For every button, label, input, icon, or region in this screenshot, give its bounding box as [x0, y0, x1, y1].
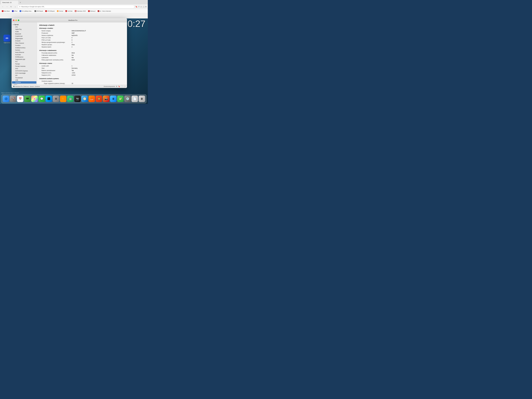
- dock-security[interactable]: ✅: [117, 95, 124, 102]
- android-icon: 🤖: [69, 97, 72, 100]
- bookmark-olx[interactable]: O OLX.plhttps://ww...: [19, 10, 33, 12]
- sidebar-item-kamera[interactable]: Kamera: [12, 49, 36, 51]
- sidebar-item-pci[interactable]: PCI: [12, 61, 36, 63]
- info-row-fullcharged: Całkowicie naładowana: Nie: [39, 54, 125, 56]
- sidebar-item-thunderbolt[interactable]: Thunderbolt: [12, 77, 36, 79]
- bookmark-onet[interactable]: ● Onet.pl: [56, 10, 64, 12]
- bookmark-kalendarz[interactable]: 📅 Kalendarz 2023: [74, 10, 87, 12]
- desktop-icon-label: Ogłoszenia: [4, 42, 10, 43]
- dock-brave[interactable]: 🦁: [96, 95, 102, 102]
- forward-button[interactable]: →: [5, 5, 9, 8]
- tab-close-button[interactable]: ✕: [10, 2, 12, 3]
- dock-vlc[interactable]: 🔶: [60, 95, 66, 102]
- maximize-button[interactable]: [18, 19, 19, 21]
- sidebar-item-zasilanie[interactable]: Zasilanie: [12, 81, 36, 84]
- dock-safari[interactable]: 🧭: [81, 95, 88, 102]
- bookmark-alior[interactable]: A Alior Bank: [1, 10, 11, 12]
- arrow-icon: ▼: [13, 24, 14, 25]
- sidebar-item-bluetooth[interactable]: Bluetooth: [12, 33, 36, 35]
- sidebar-item-scsi[interactable]: SCSI równoległe: [12, 72, 36, 74]
- download-icon[interactable]: ⬇: [145, 6, 147, 8]
- dock-photos[interactable]: 🌸: [31, 95, 38, 102]
- hardware-section-header[interactable]: ▼ Sprzęt: [12, 23, 37, 26]
- bookmark-icon2[interactable]: 🔖: [118, 86, 120, 87]
- sidebar-item-spi[interactable]: SPI: [12, 74, 36, 77]
- dock-android[interactable]: 🤖: [67, 95, 74, 102]
- dock-firefox[interactable]: 🦊: [89, 95, 95, 102]
- dock-screenshot[interactable]: 📷: [74, 95, 81, 102]
- row-value: 0: [72, 37, 72, 39]
- dock-maps[interactable]: 🗺: [24, 95, 31, 102]
- history-icon[interactable]: 🕐: [121, 86, 123, 87]
- info-row-batteries: Baterie zainstalowane: Tak: [39, 70, 125, 72]
- bookmark-gp[interactable]: G GP.24Słupsk: [44, 10, 56, 12]
- disk-icon: 💿: [126, 97, 129, 100]
- bookmark-zim[interactable]: Z ZIM Słupsk: [34, 10, 44, 12]
- dock-launchpad[interactable]: 🚀: [10, 95, 16, 102]
- home-button[interactable]: ⌂: [14, 5, 17, 8]
- sidebar-item-fibre[interactable]: Fibre Channel: [12, 42, 36, 44]
- address-bar[interactable]: G Wyszukaj w Google lub wpisz URL: [18, 5, 134, 8]
- sidebar-item-firewire[interactable]: FireWire: [12, 44, 36, 47]
- row-value: 12216: [72, 74, 75, 76]
- sidebar-item-sata[interactable]: SATA/SATA Express: [12, 70, 36, 72]
- sidebar-item-kontroler[interactable]: Kontroler: [12, 54, 36, 56]
- dock-gallery[interactable]: 📸: [103, 95, 109, 102]
- info-row-hardware: Wydanie sprzętu: 00aa: [39, 44, 125, 46]
- bookmark-label: GP.24Słupsk: [47, 10, 55, 12]
- share-icon[interactable]: ⬜: [124, 86, 126, 87]
- dock-finder[interactable]: 🔵: [3, 95, 9, 102]
- dock-appstore[interactable]: 🅰: [46, 95, 52, 102]
- settings-dock-icon: ⚙: [55, 97, 57, 100]
- sidebar-item-kartyeth[interactable]: Karty Ethernet: [12, 51, 36, 54]
- shield-icon: 🛡: [138, 6, 140, 8]
- row-value: 9018: [72, 52, 75, 54]
- row-label: PCB Lot Code:: [39, 39, 72, 41]
- sidebar-item-sas[interactable]: SAS: [12, 67, 36, 70]
- bookmark-wp[interactable]: W WP.pl: [11, 10, 18, 12]
- new-tab-button[interactable]: +: [19, 1, 22, 4]
- sidebar-item-applepay[interactable]: Apple Pay: [12, 28, 36, 31]
- sidebar-item-pamiecmas[interactable]: Pamięć masowa: [12, 65, 36, 67]
- row-value: 0: [72, 39, 72, 41]
- bookmark-wykop[interactable]: W Wykop.pl: [87, 10, 96, 12]
- close-button[interactable]: [13, 19, 14, 21]
- sidebar-item-grafika[interactable]: Grafika/monitory: [12, 47, 36, 49]
- bookmark-label: OLX.plhttps://ww...: [22, 10, 32, 12]
- dock-trash[interactable]: 🗑: [139, 95, 145, 102]
- gallery-icon: 📸: [105, 97, 108, 100]
- tab-label: Nowa karta: [2, 2, 9, 3]
- sidebar-item-nvme[interactable]: NVMExpress: [12, 56, 36, 58]
- bookmark-youtube[interactable]: ▶ YouTube: [64, 10, 73, 12]
- sidebar-item-audio[interactable]: Audio: [12, 31, 36, 33]
- dock-disk-util[interactable]: 💿: [124, 95, 131, 102]
- sidebar-item-usb[interactable]: USB: [12, 79, 36, 81]
- network-section-header[interactable]: ▼ Sieć: [12, 84, 37, 85]
- back-button[interactable]: ←: [1, 5, 4, 8]
- charging-info-section: Informacje o naładowaniu: Pozostały ładu…: [39, 50, 125, 61]
- sidebar-item-czytnik[interactable]: Czytnik kart: [12, 35, 36, 38]
- dock-messages[interactable]: 💬: [38, 95, 45, 102]
- olx-icon: olx: [3, 35, 10, 42]
- bookmark-icon[interactable]: 🔖: [135, 6, 137, 8]
- dock-notes[interactable]: 📄: [132, 95, 138, 102]
- row-label: Pozostały ładunek (mAh):: [39, 52, 72, 54]
- bookmark-o2[interactable]: o2 o2 - Serce Internetu: [97, 10, 112, 12]
- settings-icon[interactable]: ⚙: [116, 86, 117, 87]
- row-value: Normalny: [72, 67, 77, 69]
- desktop-icon-olx[interactable]: olx Ogłoszenia: [3, 35, 10, 43]
- sidebar-item-diagnostyka[interactable]: Diagnostyka: [12, 38, 36, 40]
- sidebar-item-drukarki[interactable]: Drukarki: [12, 40, 36, 42]
- row-value: 00aa: [72, 44, 75, 46]
- minimize-button[interactable]: [15, 19, 17, 21]
- sidebar-item-ata[interactable]: ATA: [12, 26, 36, 28]
- dock-projector[interactable]: 🖥: [110, 95, 116, 102]
- sidebar-item-pamiec[interactable]: Pamięć: [12, 63, 36, 65]
- dock-calendar[interactable]: 📅: [17, 95, 23, 102]
- row-label: Wydanie baterii:: [39, 46, 72, 48]
- dock-settings[interactable]: ⚙: [53, 95, 59, 102]
- active-tab[interactable]: Nowa karta ✕: [1, 1, 18, 4]
- sidebar-toggle-icon[interactable]: ⬜: [143, 6, 145, 8]
- sidebar-item-nagrywanie[interactable]: Nagrywanie płyt: [12, 58, 36, 61]
- refresh-button[interactable]: ↻: [9, 5, 13, 8]
